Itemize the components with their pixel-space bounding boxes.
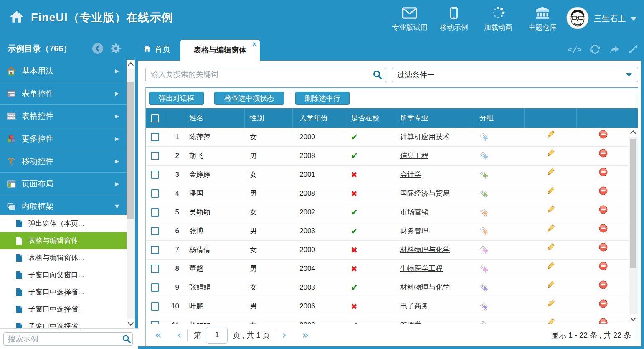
edit-pencil-icon[interactable] [546, 260, 555, 278]
major-link[interactable]: 生物医学工程 [400, 265, 443, 273]
row-checkbox[interactable] [151, 208, 159, 217]
share-icon[interactable] [609, 44, 620, 54]
sidebar-group-label: 移动控件 [22, 156, 53, 167]
row-checkbox[interactable] [151, 227, 159, 235]
collapse-sidebar-icon[interactable] [92, 43, 104, 56]
major-link[interactable]: 信息工程 [400, 152, 428, 160]
edit-pencil-icon[interactable] [546, 184, 555, 203]
delete-row-icon[interactable] [598, 184, 608, 203]
gear-icon[interactable] [110, 43, 121, 56]
header-nav-item[interactable]: 移动示例 [432, 4, 476, 32]
edit-pencil-icon[interactable] [546, 166, 555, 184]
edit-pencil-icon[interactable] [546, 147, 555, 165]
delete-row-icon[interactable] [598, 166, 608, 184]
major-link[interactable]: 材料物理与化学 [400, 246, 450, 254]
sidebar-group-表格控件[interactable]: 表格控件▶ [0, 105, 127, 127]
open-dialog-button[interactable]: 弹出对话框 [149, 92, 204, 105]
sidebar-group-内联框架[interactable]: 内联框架▼ [0, 195, 127, 218]
major-link[interactable]: 国际经济与贸易 [400, 189, 450, 197]
row-checkbox[interactable] [151, 133, 159, 141]
row-checkbox[interactable] [151, 302, 159, 311]
scroll-down-icon[interactable] [127, 319, 135, 328]
delete-row-icon[interactable] [598, 297, 608, 316]
row-checkbox[interactable] [151, 265, 159, 273]
table-scroll-thumb[interactable] [630, 139, 636, 268]
scroll-up-icon[interactable] [629, 128, 638, 137]
sidebar-item-子窗口中选择省...[interactable]: 子窗口中选择省... [0, 301, 127, 318]
column-header-select[interactable] [146, 108, 164, 128]
edit-pencil-icon[interactable] [546, 316, 555, 324]
sidebar-group-页面布局[interactable]: 页面布局▶ [0, 173, 127, 195]
edit-pencil-icon[interactable] [546, 297, 555, 316]
refresh-icon[interactable] [590, 44, 601, 55]
header-nav-item[interactable]: 专业版试用 [388, 4, 432, 32]
sidebar-group-基本用法[interactable]: 基本用法▶ [0, 60, 127, 82]
keyword-search-input[interactable] [145, 67, 386, 82]
tab-active[interactable]: 表格与编辑窗体 ✕ [180, 40, 260, 61]
sidebar-item-label: 子窗口中选择省... [28, 304, 84, 314]
header-nav-item[interactable]: 主题仓库 [520, 4, 565, 32]
row-checkbox[interactable] [151, 189, 159, 198]
user-name[interactable]: 三生石上 [594, 13, 626, 24]
table-scrollbar[interactable] [629, 128, 638, 324]
major-link[interactable]: 会计学 [400, 171, 421, 178]
prev-page-button[interactable]: ‹ [177, 330, 182, 340]
row-number: 5 [164, 203, 184, 222]
sidebar-search-input[interactable] [3, 332, 133, 346]
sidebar-item-子窗口中选择省...[interactable]: 子窗口中选择省... [0, 318, 127, 328]
delete-row-icon[interactable] [598, 203, 608, 222]
sidebar-item-表格与编辑窗体[interactable]: 表格与编辑窗体 [0, 232, 127, 249]
sidebar-scroll-thumb[interactable] [127, 82, 134, 219]
row-checkbox[interactable] [151, 171, 159, 179]
row-checkbox[interactable] [151, 246, 159, 254]
sidebar-item-子窗口向父窗口...[interactable]: 子窗口向父窗口... [0, 266, 127, 283]
delete-row-icon[interactable] [598, 241, 608, 259]
sidebar-group-表单控件[interactable]: 表单控件▶ [0, 82, 127, 105]
last-page-button[interactable]: » [302, 330, 309, 340]
first-page-button[interactable]: « [155, 330, 162, 340]
edit-pencil-icon[interactable] [546, 278, 555, 297]
sidebar-item-子窗口中选择省...[interactable]: 子窗口中选择省... [0, 283, 127, 301]
user-box[interactable]: 三生石上 [566, 7, 636, 31]
delete-row-icon[interactable] [598, 278, 608, 297]
fullscreen-icon[interactable] [628, 44, 638, 54]
sidebar-scrollbar[interactable] [127, 60, 135, 328]
page-number-input[interactable] [206, 327, 228, 344]
tag-icon [474, 260, 525, 278]
delete-row-icon[interactable] [598, 128, 608, 146]
delete-rows-button[interactable]: 删除选中行 [295, 92, 350, 105]
row-checkbox[interactable] [151, 152, 159, 160]
edit-pencil-icon[interactable] [546, 222, 555, 240]
scroll-down-icon[interactable] [629, 314, 638, 324]
major-link[interactable]: 计算机应用技术 [400, 133, 450, 141]
check-selection-button[interactable]: 检查选中项状态 [214, 92, 284, 105]
delete-row-icon[interactable] [598, 147, 608, 165]
tab-close-icon[interactable]: ✕ [251, 41, 257, 48]
delete-row-icon[interactable] [598, 316, 608, 324]
tab-home[interactable]: 首页 [143, 38, 170, 61]
header-nav-item[interactable]: 加载动画 [476, 4, 520, 32]
sidebar-item-弹出窗体（本页...[interactable]: 弹出窗体（本页... [0, 215, 127, 232]
avatar[interactable] [566, 7, 589, 31]
filter-dropdown[interactable]: 过滤条件一 [392, 67, 638, 82]
delete-row-icon[interactable] [598, 260, 608, 278]
major-link[interactable]: 材料物理与化学 [400, 283, 450, 291]
major-link[interactable]: 电子商务 [400, 302, 428, 310]
edit-pencil-icon[interactable] [546, 203, 555, 222]
source-code-icon[interactable]: </> [568, 44, 581, 54]
delete-row-icon[interactable] [598, 222, 608, 240]
sidebar-group-移动控件[interactable]: 移动控件▶ [0, 150, 127, 173]
sidebar-item-表格与编辑窗体...[interactable]: 表格与编辑窗体... [0, 249, 127, 266]
scroll-up-icon[interactable] [127, 60, 135, 69]
sidebar-group-更多控件[interactable]: 更多控件▶ [0, 127, 127, 150]
edit-pencil-icon[interactable] [546, 241, 555, 259]
major-link[interactable]: 市场营销 [400, 208, 428, 216]
edit-pencil-icon[interactable] [546, 128, 555, 146]
user-dropdown-caret-icon[interactable] [631, 17, 636, 24]
search-icon[interactable] [373, 70, 383, 82]
select-all-checkbox[interactable] [151, 114, 159, 122]
row-checkbox[interactable] [151, 283, 159, 292]
major-link[interactable]: 财务管理 [400, 227, 428, 235]
next-page-button[interactable]: › [282, 330, 286, 340]
search-icon[interactable] [122, 334, 131, 345]
